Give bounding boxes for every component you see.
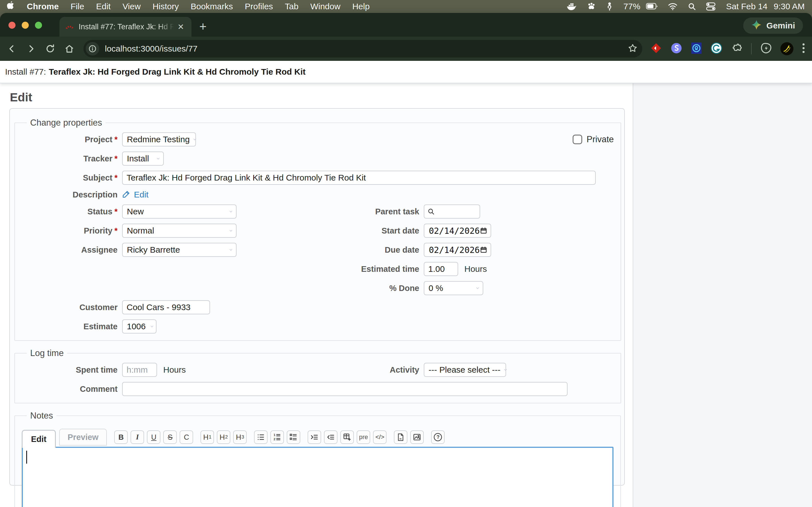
extensions-puzzle-icon[interactable]: [731, 42, 743, 55]
issue-title: Teraflex Jk: Hd Forged Drag Link Kit & H…: [49, 67, 306, 76]
parent-task-input[interactable]: [424, 205, 480, 219]
close-window-button[interactable]: [8, 22, 15, 29]
menu-file[interactable]: File: [70, 2, 84, 11]
done-select[interactable]: 0 %: [424, 281, 483, 295]
private-checkbox[interactable]: [573, 135, 582, 144]
kraken-status-icon[interactable]: [606, 2, 613, 11]
redmine-favicon: [65, 22, 74, 32]
description-edit: Edit: [122, 190, 314, 200]
notes-textarea[interactable]: [22, 447, 613, 507]
spotlight-icon[interactable]: [688, 2, 696, 11]
tab-close-icon[interactable]: ✕: [176, 22, 186, 32]
site-info-icon[interactable]: [86, 42, 99, 55]
blockquote-button[interactable]: [308, 431, 321, 444]
main-column: Edit Change properties Project* Redmine …: [0, 83, 633, 507]
menu-history[interactable]: History: [153, 2, 179, 11]
customer-label: Customer: [22, 303, 117, 312]
menu-view[interactable]: View: [122, 2, 140, 11]
menu-window[interactable]: Window: [310, 2, 341, 11]
project-select[interactable]: Redmine Testing: [122, 132, 196, 147]
new-tab-button[interactable]: +: [199, 20, 207, 33]
table-button[interactable]: [340, 431, 354, 444]
priority-select[interactable]: Normal: [122, 224, 237, 238]
forward-button[interactable]: [26, 44, 36, 54]
menu-edit[interactable]: Edit: [96, 2, 111, 11]
pencil-icon: [122, 190, 131, 200]
tab-title: Install #77: Teraflex Jk: Hd Fo: [79, 22, 176, 31]
profile-avatar[interactable]: [780, 42, 794, 55]
italic-button[interactable]: I: [131, 431, 144, 444]
toolbar-separator: [751, 43, 752, 54]
unquote-button[interactable]: [324, 431, 338, 444]
notes-editor-toolbar: Edit Preview B I U S C H1 H2 H3: [22, 429, 613, 447]
battery-saver-leaf-icon[interactable]: [760, 42, 772, 55]
heading2-button[interactable]: H2: [217, 431, 231, 444]
gemini-button[interactable]: Gemini: [743, 17, 803, 34]
start-date-input[interactable]: 02/14/2026: [424, 224, 491, 238]
estimated-time-input[interactable]: [424, 262, 458, 276]
back-button[interactable]: [7, 44, 17, 54]
paw-status-icon[interactable]: [587, 2, 596, 11]
docker-icon[interactable]: [566, 2, 576, 11]
tracker-label: Tracker*: [22, 154, 117, 163]
numbered-list-button[interactable]: 12: [270, 431, 284, 444]
comment-input[interactable]: [122, 382, 567, 396]
estimate-select[interactable]: 1006: [122, 320, 156, 334]
menu-bookmarks[interactable]: Bookmarks: [191, 2, 233, 11]
private-checkbox-row[interactable]: Private: [573, 134, 614, 145]
comment-label: Comment: [22, 385, 117, 394]
svg-text:?: ?: [437, 434, 440, 440]
code-block-button[interactable]: </>: [373, 431, 387, 444]
wiki-link-button[interactable]: ∞: [394, 431, 407, 444]
bookmark-star-icon[interactable]: [627, 43, 638, 54]
help-button[interactable]: ?: [431, 431, 445, 444]
strikethrough-button[interactable]: S: [163, 431, 177, 444]
image-button[interactable]: [410, 431, 424, 444]
purple-s-extension-icon[interactable]: [670, 42, 682, 55]
bold-button[interactable]: B: [114, 431, 128, 444]
bullet-list-button[interactable]: [254, 431, 267, 444]
home-button[interactable]: [64, 44, 74, 54]
log-time-legend: Log time: [27, 348, 67, 358]
address-bar[interactable]: localhost:3000/issues/77: [84, 40, 642, 57]
menu-chrome[interactable]: Chrome: [27, 2, 59, 11]
control-center-icon[interactable]: [706, 2, 716, 11]
page-content: Edit Change properties Project* Redmine …: [0, 83, 812, 507]
inline-code-button[interactable]: C: [180, 431, 193, 444]
menu-help[interactable]: Help: [352, 2, 370, 11]
tab-edit[interactable]: Edit: [22, 430, 56, 448]
activity-select[interactable]: --- Please select ---: [424, 363, 506, 377]
apple-menu-icon[interactable]: [7, 1, 14, 12]
tab-preview[interactable]: Preview: [59, 429, 107, 446]
subject-input[interactable]: [122, 171, 596, 185]
status-select[interactable]: New: [122, 205, 237, 219]
browser-tab[interactable]: Install #77: Teraflex Jk: Hd Fo ✕: [59, 17, 192, 37]
heading3-button[interactable]: H3: [233, 431, 247, 444]
browser-menu-kebab-icon[interactable]: [802, 43, 805, 55]
definition-list-button[interactable]: [287, 431, 300, 444]
at-lock-extension-icon[interactable]: [691, 42, 702, 55]
assignee-select[interactable]: Ricky Barrette: [122, 243, 237, 257]
red-extension-icon[interactable]: [650, 42, 662, 55]
change-properties-legend: Change properties: [27, 118, 105, 128]
menubar-date[interactable]: Sat Feb 14: [726, 2, 767, 11]
wifi-icon[interactable]: [668, 3, 677, 10]
extensions-area: [650, 42, 805, 55]
text-caret: [26, 451, 27, 464]
menu-tab[interactable]: Tab: [285, 2, 298, 11]
customer-input[interactable]: [122, 300, 210, 314]
description-edit-link[interactable]: Edit: [134, 190, 149, 200]
heading1-button[interactable]: H1: [200, 431, 214, 444]
maximize-window-button[interactable]: [35, 22, 42, 29]
spent-time-input[interactable]: [122, 363, 157, 377]
due-date-input[interactable]: 02/14/2026: [424, 243, 491, 257]
grammarly-icon[interactable]: [711, 42, 722, 55]
tracker-select[interactable]: Install: [122, 152, 164, 166]
parent-task-label: Parent task: [319, 207, 419, 216]
underline-button[interactable]: U: [147, 431, 160, 444]
reload-button[interactable]: [45, 44, 55, 54]
minimize-window-button[interactable]: [22, 22, 29, 29]
preformatted-button[interactable]: pre: [357, 431, 370, 444]
menu-profiles[interactable]: Profiles: [245, 2, 273, 11]
menubar-time[interactable]: 9:30 AM: [774, 2, 805, 11]
